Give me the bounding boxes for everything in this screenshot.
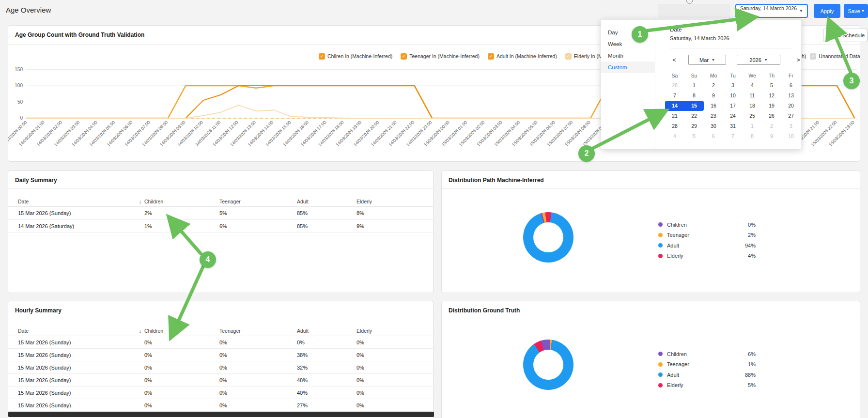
calendar-day-5[interactable]: 5	[684, 131, 704, 141]
distribution-machine-title: Distribution Path Machine-Inferred	[449, 177, 544, 184]
calendar-day-1[interactable]: 1	[743, 121, 762, 131]
page: Age Overview Saturday, 14 March 2026 - S…	[0, 0, 868, 418]
hourly-summary-panel: Hourly Summary Date↓ChildrenTeenagerAdul…	[8, 301, 434, 418]
date-picker-mode-month[interactable]: Month	[601, 50, 655, 62]
column-header-label: Date	[18, 328, 29, 334]
calendar-day-1[interactable]: 1	[684, 80, 704, 91]
calendar-day-2[interactable]: 2	[704, 80, 723, 91]
cell-value: 9%	[356, 223, 433, 229]
calendar-day-21[interactable]: 21	[665, 111, 684, 121]
column-header-label: Teenager	[219, 328, 297, 334]
calendar-day-19[interactable]: 19	[762, 101, 781, 111]
calendar-day-28[interactable]: 28	[665, 121, 684, 131]
cell-date-text: 15 Mar 2026 (Sunday)	[18, 365, 71, 371]
cell-value: 38%	[297, 352, 356, 358]
save-button[interactable]: Save ▾	[844, 4, 868, 18]
calendar-day-3[interactable]: 3	[781, 121, 801, 131]
calendar-week-row: 14151617181920	[665, 101, 802, 111]
calendar-day-28[interactable]: 28	[665, 80, 684, 91]
calendar-day-4[interactable]: 4	[665, 131, 684, 141]
calendar-day-9[interactable]: 9	[762, 131, 781, 141]
distribution-legend-row: Children0%	[658, 219, 756, 230]
sort-descending-icon[interactable]: ↓	[139, 328, 144, 334]
distribution-legend-name: Adult	[667, 243, 745, 248]
cell-date: 15 Mar 2026 (Sunday)	[8, 390, 144, 396]
calendar-day-13[interactable]: 13	[781, 91, 801, 101]
calendar-day-14[interactable]: 14	[665, 101, 684, 111]
calendar-day-2[interactable]: 2	[762, 121, 781, 131]
column-header-label: Children	[144, 199, 219, 204]
calendar-day-15[interactable]: 15	[684, 101, 704, 111]
calendar-day-20[interactable]: 20	[781, 101, 801, 111]
calendar-day-27[interactable]: 27	[781, 111, 801, 121]
calendar-day-29[interactable]: 29	[684, 121, 704, 131]
calendar-day-4[interactable]: 4	[743, 80, 762, 91]
cell-value: 27%	[297, 403, 356, 408]
divider	[442, 319, 860, 319]
calendar-day-7[interactable]: 7	[723, 131, 743, 141]
calendar-day-12[interactable]: 12	[762, 91, 781, 101]
calendar-day-23[interactable]: 23	[704, 111, 723, 121]
cell-value: 0%	[356, 403, 433, 408]
prev-month-icon[interactable]: <	[670, 55, 679, 65]
year-select[interactable]: 2026 ▼	[737, 55, 780, 65]
date-picker-mode-custom[interactable]: Custom	[601, 62, 655, 73]
calendar-day-26[interactable]: 26	[762, 111, 781, 121]
calendar-day-10[interactable]: 10	[781, 131, 801, 141]
date-picker-mode-week[interactable]: Week	[601, 38, 655, 50]
next-month-icon[interactable]: >	[794, 55, 803, 65]
machine-inferred-donut-chart	[523, 212, 574, 263]
horizontal-scrollbar[interactable]	[8, 412, 434, 417]
calendar-grid: SaSuMoTuWeThFr28123456789101112131415161…	[665, 71, 802, 141]
calendar-day-9[interactable]: 9	[704, 91, 723, 101]
cell-date-text: 15 Mar 2026 (Sunday)	[18, 403, 71, 408]
calendar-day-8[interactable]: 8	[743, 131, 762, 141]
apply-button[interactable]: Apply	[814, 4, 840, 18]
save-label: Save	[848, 8, 860, 14]
calendar-day-5[interactable]: 5	[762, 80, 781, 91]
calendar-day-31[interactable]: 31	[723, 121, 743, 131]
calendar-day-11[interactable]: 11	[743, 91, 762, 101]
date-range-input[interactable]: Saturday, 14 March 2026 - Su ▼	[735, 4, 808, 18]
calendar-day-10[interactable]: 10	[723, 91, 743, 101]
table-row: 15 Mar 2026 (Sunday)0%0%48%0%	[8, 374, 433, 387]
cell-date: 14 Mar 2026 (Saturday)	[8, 223, 144, 229]
calendar-day-7[interactable]: 7	[665, 91, 684, 101]
page-title: Age Overview	[6, 6, 51, 14]
calendar-day-6[interactable]: 6	[704, 131, 723, 141]
year-select-value: 2026	[749, 57, 761, 63]
calendar-day-24[interactable]: 24	[723, 111, 743, 121]
cell-value: 0%	[356, 352, 433, 358]
distribution-legend-row: Teenager2%	[658, 230, 756, 241]
daily-summary-panel: Daily Summary Date↓ChildrenTeenagerAdult…	[8, 170, 434, 293]
cell-value: 0%	[144, 390, 219, 396]
month-select[interactable]: Mar ▼	[688, 55, 726, 65]
calendar-day-16[interactable]: 16	[704, 101, 723, 111]
sort-descending-icon[interactable]: ↓	[139, 199, 144, 204]
legend-color-dot-icon	[658, 383, 663, 387]
date-picker-selected-date: Saturday, 14 March 2026	[670, 35, 729, 41]
table-row: 15 Mar 2026 (Sunday)0%0%38%0%	[8, 349, 433, 361]
cell-value: 5%	[219, 210, 297, 216]
calendar-day-18[interactable]: 18	[743, 101, 762, 111]
table-row: 15 Mar 2026 (Sunday)0%0%32%0%	[8, 361, 433, 374]
cell-value: 8%	[356, 210, 433, 216]
daily-summary-title: Daily Summary	[15, 177, 57, 184]
distribution-legend-name: Children	[667, 222, 748, 228]
calendar-day-17[interactable]: 17	[723, 101, 743, 111]
calendar-day-22[interactable]: 22	[684, 111, 704, 121]
calendar-day-6[interactable]: 6	[781, 80, 801, 91]
legend-color-dot-icon	[658, 222, 663, 227]
calendar-day-8[interactable]: 8	[684, 91, 704, 101]
table-row: 15 Mar 2026 (Sunday)0%0%0%0%	[8, 336, 433, 349]
distribution-legend-value: 88%	[745, 372, 756, 378]
annotation-circle-2: 2	[578, 145, 595, 162]
calendar-day-30[interactable]: 30	[704, 121, 723, 131]
table-row: 15 Mar 2026 (Sunday)2%5%85%8%	[8, 207, 433, 220]
divider	[442, 188, 860, 189]
calendar-day-3[interactable]: 3	[723, 80, 743, 91]
distribution-legend-row: Elderly4%	[658, 251, 756, 262]
calendar-week-row: 78910111213	[665, 91, 802, 101]
calendar-day-25[interactable]: 25	[743, 111, 762, 121]
table-header-row: Date↓ChildrenTeenagerAdultElderly	[8, 326, 433, 336]
